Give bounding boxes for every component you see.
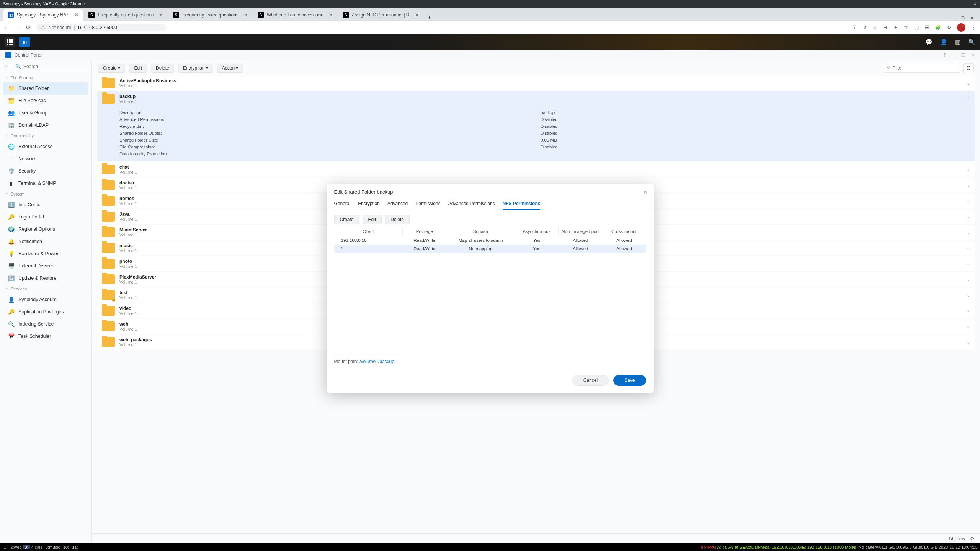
browser-tab[interactable]: SFrequently asked questions✕ [168,9,252,21]
favicon-icon: ◧ [8,12,14,18]
browser-tab[interactable]: SWhat can I do to access mo✕ [253,9,337,21]
widgets-icon[interactable]: ▦ [955,39,960,46]
modal-backdrop: Edit Shared Folder backup ✕ GeneralEncry… [0,50,980,543]
chat-icon[interactable]: 💬 [925,39,933,46]
modal-tab[interactable]: Permissions [415,198,440,210]
nfs-table: ClientPrivilegeSquashAsynchronousNon-pri… [334,227,646,355]
modal-close-icon[interactable]: ✕ [643,189,648,195]
updates-icon[interactable]: ↻ [947,25,951,30]
workspace[interactable]: 1: [2,545,9,549]
nav-forward-icon[interactable]: → [15,24,21,31]
load: 0.09 [897,545,905,549]
modal-tab[interactable]: General [334,198,351,210]
tab-label: Assign NFS Permissions | D [352,12,410,18]
os-statusbar: 1:2:web3:4:caja8:music10:11: no IPv6 | W… [0,543,980,551]
temp: 51.0 GiB [921,545,938,549]
tab-close-icon[interactable]: ✕ [244,12,248,18]
table-header[interactable]: Cross-mount [602,227,646,236]
mount-path: Mount path: /volume1/backup [334,355,646,364]
control-panel-window: Control Panel ? — ❐ ✕ ⌂ 🔍 ⌃File Sharing📁… [0,50,980,543]
browser-tab[interactable]: SFrequently asked questions✕ [84,9,168,21]
window-minimize-icon[interactable]: — [951,15,955,21]
browser-tab[interactable]: ◧Synology - Synology NAS✕ [3,9,83,21]
mount-path-link[interactable]: /volume1/backup [359,359,394,364]
omnibox[interactable]: ⚠ Not secure | [36,24,166,31]
tab-close-icon[interactable]: ✕ [329,12,333,18]
profile-avatar[interactable]: R [957,23,965,32]
browser-tab[interactable]: SAssign NFS Permissions | D✕ [338,9,423,21]
browser-menu-icon[interactable]: ⋮ [972,25,976,30]
table-cell: Map all users to admin [446,236,515,245]
favicon-icon: S [258,12,264,18]
modal-tabs: GeneralEncryptionAdvancedPermissionsAdva… [327,198,654,210]
new-tab-button[interactable]: + [424,14,435,21]
user-icon[interactable]: 👤 [940,39,947,46]
table-cell: Allowed [559,245,602,253]
cancel-button[interactable]: Cancel [572,375,609,386]
shield-icon[interactable]: ⛨ [883,25,888,30]
ext4-icon[interactable]: ☰ [925,25,929,30]
table-header[interactable]: Non-privileged port [559,227,602,236]
tab-close-icon[interactable]: ✕ [75,12,78,18]
workspace[interactable]: 2:web [9,545,23,549]
table-row[interactable]: *Read/WriteNo mappingYesAllowedAllowed [334,245,646,253]
app-launcher-icon[interactable] [5,37,15,47]
date: 2023-11-12 13:04:05 [939,545,978,549]
nav-reload-icon[interactable]: ⟳ [26,24,31,31]
not-secure-label: Not secure [48,25,71,30]
tab-label: Frequently asked questions [98,12,154,18]
nav-back-icon[interactable]: ← [4,24,10,31]
modal-tab[interactable]: Advanced Permissions [448,198,495,210]
eth: E: 192.168.0.10 (1000 Mbit/s) [802,545,858,549]
table-row[interactable]: 192.168.0.10Read/WriteMap all users to a… [334,236,646,245]
modal-tab[interactable]: Advanced [387,198,408,210]
ext2-icon[interactable]: 🗑 [904,25,908,30]
ext3-icon[interactable]: ⬚ [915,25,919,30]
table-header[interactable]: Client [334,227,403,236]
modal-tab[interactable]: NFS Permissions [503,198,541,210]
bat: No battery [859,545,878,549]
tab-close-icon[interactable]: ✕ [159,12,163,18]
bookmark-icon[interactable]: ☆ [873,25,877,30]
browser-tabstrip: ◧Synology - Synology NAS✕SFrequently ask… [0,8,980,21]
modal-create-button[interactable]: Create [334,215,359,224]
os-title-text: Synology - Synology NAS - Google Chrome [3,2,85,6]
table-cell: No mapping [446,245,515,253]
tab-label: Frequently asked questions [182,12,238,18]
workspace[interactable]: 4:caja [30,545,44,549]
window-maximize-icon[interactable]: ▢ [960,15,965,21]
table-header[interactable]: Squash [446,227,515,236]
modal-title: Edit Shared Folder backup [334,189,393,195]
favicon-icon: S [343,12,349,18]
workspace[interactable]: 11: [70,545,79,549]
workspace[interactable]: 10: [62,545,70,549]
ext1-icon[interactable]: ✦ [894,25,898,30]
control-panel-taskbar-icon[interactable]: ◧ [19,37,30,47]
url-input[interactable] [77,25,162,30]
key-icon[interactable]: ⚿ [852,25,857,30]
tab-close-icon[interactable]: ✕ [415,12,419,18]
workspace[interactable]: 3: [23,545,30,549]
table-cell: 192.168.0.10 [334,236,403,245]
table-cell: Yes [515,245,559,253]
browser-addressbar: ← → ⟳ ⚠ Not secure | ⚿ ⇪ ☆ ⛨ ✦ 🗑 ⬚ ☰ 🧩 ↻… [0,21,980,34]
table-header[interactable]: Asynchronous [515,227,559,236]
save-button[interactable]: Save [613,375,646,386]
synology-header: ◧ 💬 👤 ▦ 🔍 [0,34,980,50]
favicon-icon: S [173,12,179,18]
share-icon[interactable]: ⇪ [863,25,867,30]
noipv6: no IPv6 [701,545,715,549]
os-titlebar: Synology - Synology NAS - Google Chrome … [0,0,980,8]
modal-edit-button[interactable]: Edit [363,215,382,224]
table-header[interactable]: Privilege [403,227,446,236]
modal-tab[interactable]: Encryption [358,198,380,210]
tab-label: What can I do to access mo [267,12,323,18]
workspace[interactable]: 8:music [44,545,62,549]
disk: 2.6 GiB [906,545,920,549]
extensions-icon[interactable]: 🧩 [935,25,941,30]
os-close-icon[interactable]: ✕ [973,1,977,7]
table-cell: * [334,245,403,253]
window-close-icon[interactable]: ✕ [970,15,974,21]
search-icon[interactable]: 🔍 [968,39,975,46]
modal-delete-button[interactable]: Delete [385,215,410,224]
